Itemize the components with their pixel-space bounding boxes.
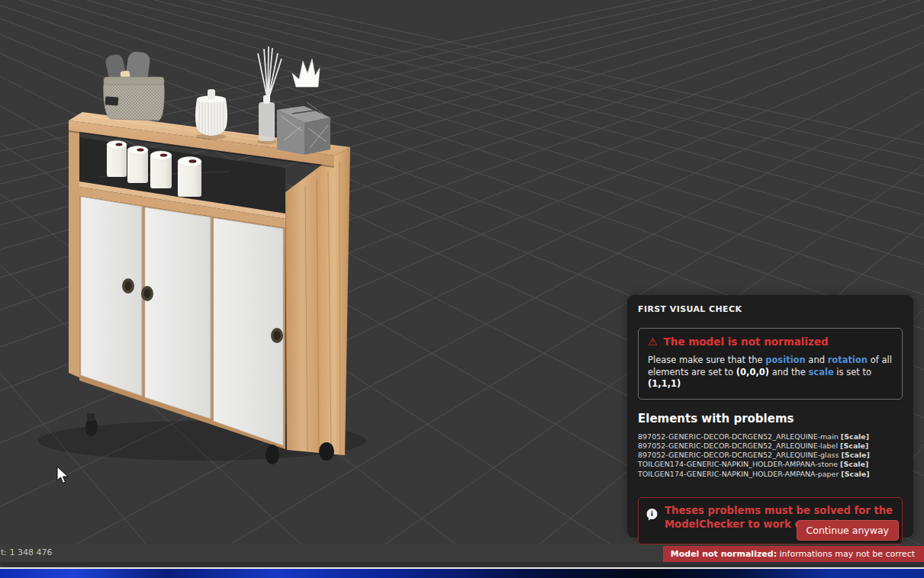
- elements-list: 897052-GENERIC-DECOR-DCRGEN52_ARLEQUINE-…: [638, 432, 903, 479]
- basket-tag: [105, 96, 119, 105]
- warning-text: is set to: [834, 367, 871, 377]
- ribbed-jar[interactable]: [195, 89, 227, 140]
- warning-text: and the: [769, 367, 808, 377]
- elements-heading: Elements with problems: [638, 412, 903, 425]
- svg-text:i: i: [651, 509, 653, 518]
- app-window: FIRST VISUAL CHECK ⚠ The model is not no…: [0, 0, 924, 578]
- door-knob[interactable]: [271, 328, 283, 343]
- continue-anyway-button[interactable]: Continue anyway: [797, 520, 899, 541]
- door-knob[interactable]: [122, 278, 134, 294]
- first-visual-check-panel: FIRST VISUAL CHECK ⚠ The model is not no…: [627, 295, 913, 538]
- door-knob[interactable]: [141, 286, 153, 301]
- warning-text: and: [806, 355, 828, 365]
- warning-body: Please make sure that the position and r…: [648, 355, 893, 390]
- element-row: TOILGEN174-GENERIC-NAPKIN_HOLDER-AMPANA-…: [638, 460, 903, 469]
- triangle-count: t: 1 348 476: [1, 547, 53, 557]
- info-bubble-icon: i: [646, 508, 658, 524]
- cabinet-doors[interactable]: [81, 197, 283, 445]
- desktop-wallpaper-sliver: [0, 569, 924, 578]
- link-position[interactable]: position: [765, 355, 805, 365]
- panel-title: FIRST VISUAL CHECK: [638, 304, 903, 314]
- basket-with-towels[interactable]: [104, 50, 165, 120]
- not-normalized-badge: Model not normalized: informations may n…: [663, 546, 924, 562]
- warning-text: Please make sure that the: [648, 355, 765, 365]
- element-row: 897052-GENERIC-DECOR-DCRGEN52_ARLEQUINE-…: [638, 442, 903, 451]
- tissue-box[interactable]: [277, 59, 330, 155]
- mouse-cursor: [57, 467, 68, 483]
- element-row: 897052-GENERIC-DECOR-DCRGEN52_ARLEQUINE-…: [638, 432, 903, 442]
- problems-footer-box: i Theses problems must be solved for the…: [638, 497, 903, 544]
- warning-triangle-icon: ⚠: [648, 336, 658, 347]
- link-scale[interactable]: scale: [809, 367, 834, 377]
- element-row: TOILGEN174-GENERIC-NAPKIN_HOLDER-AMPANA-…: [638, 470, 903, 479]
- link-rotation[interactable]: rotation: [828, 355, 868, 365]
- normalized-warning-box: ⚠ The model is not normalized Please mak…: [638, 328, 903, 400]
- window-bottom-edge: [0, 562, 924, 567]
- warning-heading: The model is not normalized: [664, 336, 829, 348]
- status-bar: t: 1 348 476 Model not normalized: infor…: [0, 544, 924, 562]
- coords-one: (1,1,1): [648, 378, 681, 389]
- coords-zero: (0,0,0): [736, 367, 769, 377]
- element-row: 897052-GENERIC-DECOR-DCRGEN52_ARLEQUINE-…: [638, 451, 903, 460]
- window-border-line: [0, 567, 924, 569]
